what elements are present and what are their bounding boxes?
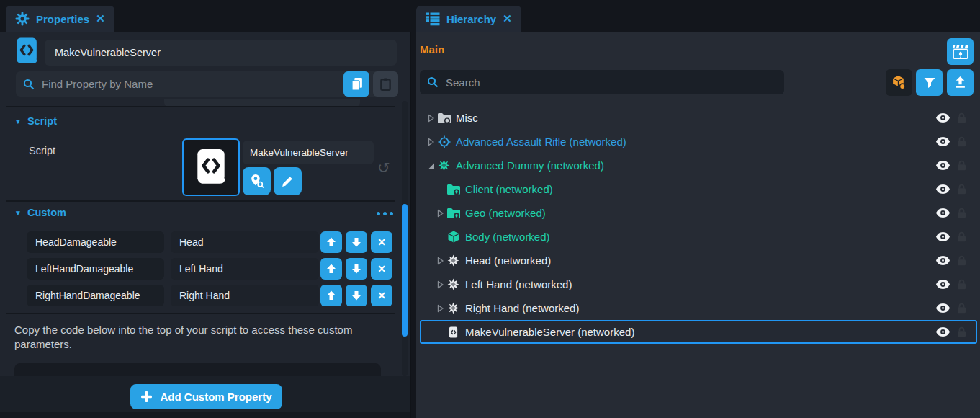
custom-property-value-field[interactable]: Right Hand bbox=[171, 285, 319, 306]
remove-button[interactable]: ✕ bbox=[371, 231, 392, 253]
properties-panel: MakeVulnerableServer ▼ Script Script Mak… bbox=[0, 32, 411, 418]
lock-icon[interactable] bbox=[957, 279, 966, 290]
add-custom-property-button[interactable]: Add Custom Property bbox=[130, 384, 282, 409]
dummy-icon bbox=[446, 278, 461, 290]
hierarchy-icon bbox=[426, 12, 440, 26]
node-label: Left Hand (networked) bbox=[465, 278, 572, 290]
expand-arrow-icon[interactable] bbox=[434, 208, 446, 218]
asset-cube-icon bbox=[891, 75, 907, 90]
visibility-eye-icon[interactable] bbox=[936, 208, 950, 218]
arrow-up-icon bbox=[325, 290, 337, 301]
lock-icon[interactable] bbox=[957, 303, 966, 314]
arrow-down-icon bbox=[351, 263, 362, 275]
folder-pin-icon bbox=[446, 184, 461, 195]
custom-property-value-field[interactable]: Left Hand bbox=[171, 258, 319, 280]
tree-row[interactable]: Misc bbox=[420, 106, 977, 130]
expand-arrow-icon[interactable] bbox=[434, 256, 446, 266]
tree-row[interactable]: Body (networked) bbox=[420, 225, 977, 249]
paste-icon bbox=[380, 78, 391, 91]
visibility-eye-icon[interactable] bbox=[936, 280, 950, 289]
arrow-up-icon bbox=[325, 263, 337, 275]
expand-arrow-icon[interactable] bbox=[425, 137, 436, 147]
scrollbar-thumb[interactable] bbox=[402, 204, 408, 337]
tree-row[interactable]: Advanced Dummy (networked) bbox=[420, 154, 977, 177]
visibility-eye-icon[interactable] bbox=[936, 113, 950, 123]
move-down-button[interactable] bbox=[346, 258, 367, 280]
visibility-eye-icon[interactable] bbox=[936, 303, 950, 313]
custom-property-value-field[interactable]: Head bbox=[171, 231, 319, 253]
scrollbar-track[interactable] bbox=[402, 101, 408, 376]
properties-footer: Add Custom Property bbox=[0, 376, 410, 412]
divider bbox=[6, 106, 395, 107]
reset-icon[interactable]: ↺ bbox=[377, 159, 390, 177]
tree-row[interactable]: Client (networked) bbox=[420, 177, 977, 201]
lock-icon[interactable] bbox=[957, 231, 966, 242]
divider bbox=[6, 313, 395, 314]
tree-row[interactable]: MakeVulnerableServer (networked) bbox=[420, 320, 977, 344]
visibility-eye-icon[interactable] bbox=[936, 232, 950, 241]
visibility-eye-icon[interactable] bbox=[936, 137, 950, 146]
lock-icon[interactable] bbox=[957, 184, 966, 195]
arrow-up-icon bbox=[325, 236, 337, 248]
ellipsis-menu-icon[interactable] bbox=[377, 212, 393, 215]
expand-arrow-icon[interactable] bbox=[434, 303, 446, 314]
move-down-button[interactable] bbox=[346, 285, 367, 306]
code-snippet-box[interactable] bbox=[14, 363, 381, 376]
export-button[interactable] bbox=[947, 69, 974, 96]
node-label: Misc bbox=[456, 112, 478, 124]
visibility-eye-icon[interactable] bbox=[936, 256, 950, 265]
lock-icon[interactable] bbox=[957, 160, 966, 171]
visibility-eye-icon[interactable] bbox=[936, 161, 950, 170]
copy-icon bbox=[351, 77, 363, 91]
move-up-button[interactable] bbox=[320, 231, 342, 253]
lock-icon[interactable] bbox=[957, 208, 966, 218]
lock-icon[interactable] bbox=[957, 136, 966, 147]
custom-property-name-field[interactable]: LeftHandDamageable bbox=[27, 258, 164, 280]
tab-hierarchy[interactable]: Hierarchy ✕ bbox=[416, 6, 521, 32]
edit-script-button[interactable] bbox=[274, 167, 302, 195]
script-asset-thumbnail[interactable] bbox=[182, 138, 240, 196]
move-up-button[interactable] bbox=[320, 258, 342, 280]
panel-bottom-strip bbox=[0, 412, 410, 418]
arrow-down-icon bbox=[351, 236, 362, 248]
tab-properties[interactable]: Properties ✕ bbox=[6, 6, 114, 32]
asset-package-button[interactable] bbox=[886, 69, 912, 96]
tree-row[interactable]: Head (networked) bbox=[420, 249, 977, 272]
node-label: Advanced Dummy (networked) bbox=[456, 159, 604, 172]
custom-property-name-field[interactable]: HeadDamageable bbox=[27, 231, 164, 253]
visibility-eye-icon[interactable] bbox=[936, 327, 950, 337]
move-up-button[interactable] bbox=[320, 285, 342, 306]
close-icon[interactable]: ✕ bbox=[96, 12, 105, 25]
scenes-button[interactable] bbox=[947, 38, 974, 65]
tree-row[interactable]: Left Hand (networked) bbox=[420, 272, 977, 296]
scene-name-label: Main bbox=[420, 43, 444, 55]
tree-row[interactable]: Geo (networked) bbox=[420, 201, 977, 225]
collapse-triangle-icon: ▼ bbox=[14, 209, 22, 217]
search-icon bbox=[23, 79, 35, 90]
close-icon[interactable]: ✕ bbox=[503, 12, 512, 25]
visibility-eye-icon[interactable] bbox=[936, 184, 950, 194]
lock-icon[interactable] bbox=[957, 112, 966, 123]
remove-button[interactable]: ✕ bbox=[371, 258, 392, 280]
node-label: Geo (networked) bbox=[465, 207, 546, 219]
entity-name-field[interactable]: MakeVulnerableServer bbox=[45, 40, 397, 66]
tree-row[interactable]: Right Hand (networked) bbox=[420, 296, 977, 320]
tree-row[interactable]: Advanced Assault Rifle (networked) bbox=[420, 130, 977, 154]
custom-property-name-field[interactable]: RightHandDamageable bbox=[27, 285, 164, 306]
lock-icon[interactable] bbox=[957, 255, 966, 266]
locate-script-button[interactable] bbox=[243, 167, 271, 195]
section-header-script[interactable]: ▼ Script bbox=[14, 115, 57, 127]
expand-arrow-icon[interactable] bbox=[434, 280, 446, 290]
move-down-button[interactable] bbox=[346, 231, 367, 253]
custom-hint-text: Copy the code below into the top of your… bbox=[14, 323, 378, 352]
filter-button[interactable] bbox=[916, 69, 943, 96]
expand-arrow-icon[interactable] bbox=[425, 113, 436, 123]
paste-button[interactable] bbox=[373, 71, 398, 97]
hierarchy-search-input[interactable] bbox=[444, 76, 784, 89]
script-name-value[interactable]: MakeVulnerableServer bbox=[243, 141, 374, 164]
section-header-custom[interactable]: ▼ Custom bbox=[14, 207, 66, 218]
expand-arrow-icon[interactable] bbox=[425, 161, 436, 171]
remove-button[interactable]: ✕ bbox=[371, 285, 392, 306]
lock-icon[interactable] bbox=[957, 326, 966, 337]
copy-button[interactable] bbox=[343, 71, 369, 97]
